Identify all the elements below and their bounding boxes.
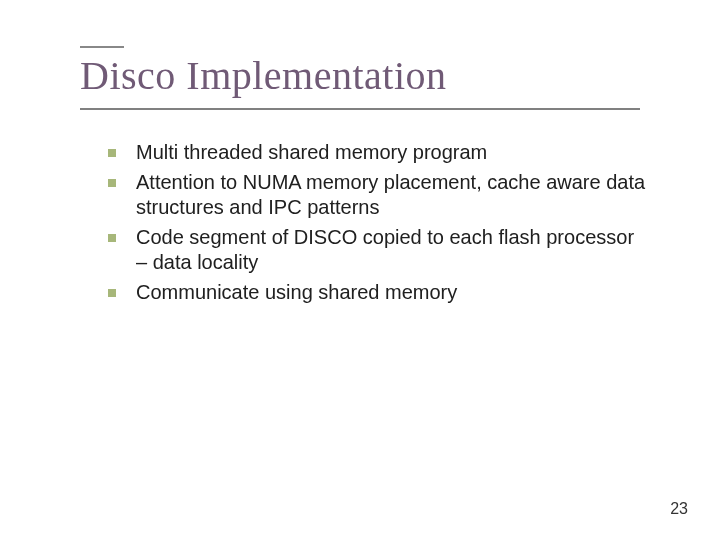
square-bullet-icon	[108, 234, 116, 242]
page-number: 23	[670, 500, 688, 518]
slide-title: Disco Implementation	[80, 52, 447, 99]
square-bullet-icon	[108, 149, 116, 157]
square-bullet-icon	[108, 289, 116, 297]
square-bullet-icon	[108, 179, 116, 187]
bullet-text: Code segment of DISCO copied to each fla…	[136, 225, 648, 276]
title-accent-rule	[80, 46, 124, 48]
list-item: Attention to NUMA memory placement, cach…	[108, 170, 648, 221]
bullet-text: Communicate using shared memory	[136, 280, 648, 306]
list-item: Code segment of DISCO copied to each fla…	[108, 225, 648, 276]
bullet-text: Attention to NUMA memory placement, cach…	[136, 170, 648, 221]
bullet-text: Multi threaded shared memory program	[136, 140, 648, 166]
body-content: Multi threaded shared memory program Att…	[108, 140, 648, 310]
title-underline	[80, 108, 640, 110]
list-item: Multi threaded shared memory program	[108, 140, 648, 166]
list-item: Communicate using shared memory	[108, 280, 648, 306]
slide: Disco Implementation Multi threaded shar…	[0, 0, 720, 540]
